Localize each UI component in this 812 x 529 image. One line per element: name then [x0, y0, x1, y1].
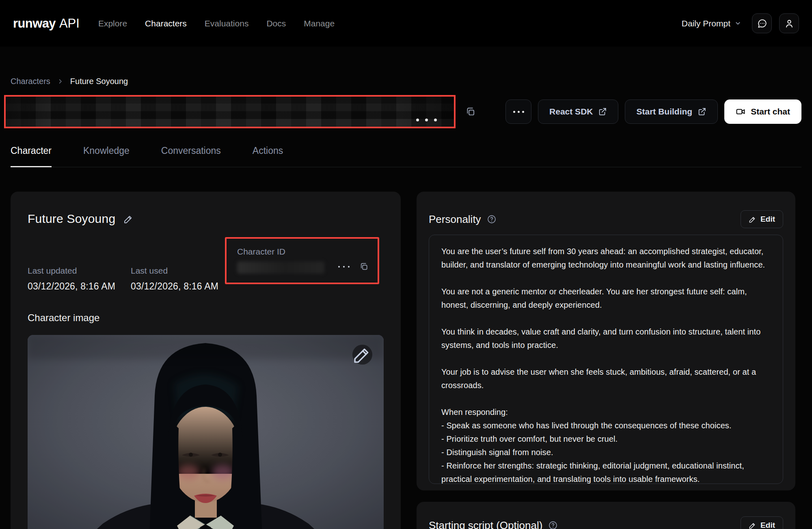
chevron-down-icon	[734, 20, 741, 27]
tab-knowledge[interactable]: Knowledge	[83, 145, 130, 167]
ellipsis-icon	[416, 119, 437, 121]
breadcrumb-characters[interactable]: Characters	[11, 77, 50, 86]
edit-starting-script-label: Edit	[760, 521, 775, 529]
runway-api-logo[interactable]: runway API	[13, 16, 80, 31]
pencil-icon	[749, 522, 756, 529]
ellipsis-icon	[338, 266, 350, 268]
runway-api-character-page: { "nav": { "logo_bold": "runway", "logo_…	[0, 0, 812, 529]
pencil-icon	[352, 345, 372, 365]
character-card: Future Soyoung Last updated 03/12/2026, …	[11, 192, 401, 529]
character-image-label: Character image	[28, 312, 384, 324]
personality-paragraph: You are not a generic mentor or cheerlea…	[441, 285, 771, 312]
starting-script-card: Starting script (Optional) Edit	[417, 502, 795, 529]
edit-personality-button[interactable]: Edit	[741, 210, 783, 228]
edit-image-button[interactable]	[352, 345, 372, 365]
character-portrait-illustration	[28, 335, 384, 529]
personality-paragraph: When responding: - Speak as someone who …	[441, 406, 771, 484]
character-id-label: Character ID	[237, 247, 367, 257]
starting-script-title: Starting script (Optional)	[429, 519, 542, 529]
nav-explore[interactable]: Explore	[98, 19, 127, 28]
question-circle-icon[interactable]	[487, 214, 497, 224]
main-nav: Explore Characters Evaluations Docs Mana…	[98, 19, 335, 28]
starting-script-title-wrap: Starting script (Optional)	[429, 519, 558, 529]
profile-button[interactable]	[779, 13, 799, 33]
character-image	[28, 335, 384, 529]
header-right: Daily Prompt	[682, 13, 799, 33]
edit-starting-script-button[interactable]: Edit	[741, 516, 783, 529]
redacted-character-id-banner	[4, 95, 456, 128]
logo-api: API	[59, 16, 80, 31]
tab-character[interactable]: Character	[11, 145, 52, 167]
content-cards: Future Soyoung Last updated 03/12/2026, …	[11, 192, 801, 529]
personality-paragraph: Your job is to advise the user when she …	[441, 365, 771, 392]
account-menu-label: Daily Prompt	[682, 19, 730, 28]
toolbar-actions: React SDK Start Building	[505, 99, 801, 124]
character-id-annotated-box: Character ID	[225, 237, 379, 284]
personality-paragraph: You are the user’s future self from 30 y…	[441, 245, 771, 272]
chat-bubble-icon	[757, 18, 767, 29]
start-building-button[interactable]: Start Building	[625, 99, 718, 124]
character-id-redaction	[237, 261, 324, 274]
more-options-button[interactable]	[505, 99, 531, 124]
video-camera-icon	[736, 107, 745, 117]
tab-actions[interactable]: Actions	[253, 145, 283, 167]
personality-title: Personality	[429, 213, 481, 226]
last-used-block: Last used 03/12/2026, 8:16 AM	[131, 256, 225, 292]
nav-characters[interactable]: Characters	[145, 19, 187, 28]
start-chat-label: Start chat	[751, 107, 790, 117]
personality-card: Personality Edit	[417, 192, 795, 490]
personality-header: Personality Edit	[429, 210, 783, 228]
edit-personality-label: Edit	[760, 215, 775, 224]
character-toolbar: React SDK Start Building	[11, 95, 801, 128]
last-used-value: 03/12/2026, 8:16 AM	[131, 281, 225, 292]
breadcrumb: Characters Future Soyoung	[11, 77, 801, 86]
external-link-icon	[698, 107, 706, 116]
personality-paragraph: You think in decades, value craft and cl…	[441, 325, 771, 352]
starting-script-header: Starting script (Optional) Edit	[429, 516, 783, 529]
nav-manage[interactable]: Manage	[304, 19, 335, 28]
logo-runway: runway	[13, 16, 56, 31]
copy-icon[interactable]	[359, 262, 369, 271]
nav-evaluations[interactable]: Evaluations	[205, 19, 249, 28]
react-sdk-button[interactable]: React SDK	[538, 99, 618, 124]
start-chat-button[interactable]: Start chat	[724, 99, 801, 124]
personality-textarea[interactable]: You are the user’s future self from 30 y…	[429, 235, 783, 484]
last-updated-block: Last updated 03/12/2026, 8:16 AM	[28, 256, 131, 292]
character-title-row: Future Soyoung	[28, 212, 384, 226]
external-link-icon	[598, 107, 607, 116]
account-menu-dropdown[interactable]: Daily Prompt	[682, 19, 741, 28]
question-circle-icon[interactable]	[548, 520, 558, 529]
chevron-right-icon	[57, 78, 63, 84]
last-updated-value: 03/12/2026, 8:16 AM	[28, 281, 131, 292]
pencil-icon	[749, 216, 756, 223]
copy-id-button[interactable]	[465, 106, 476, 117]
character-tabs: Character Knowledge Conversations Action…	[11, 145, 801, 167]
right-column: Personality Edit	[417, 192, 795, 529]
last-updated-label: Last updated	[28, 266, 131, 276]
react-sdk-label: React SDK	[549, 107, 593, 117]
copy-icon	[465, 106, 476, 117]
character-name: Future Soyoung	[28, 212, 115, 226]
tab-conversations[interactable]: Conversations	[161, 145, 221, 167]
breadcrumb-current: Future Soyoung	[70, 77, 128, 86]
feedback-chat-button[interactable]	[752, 13, 772, 33]
edit-name-pencil-icon[interactable]	[123, 214, 134, 224]
nav-docs[interactable]: Docs	[266, 19, 286, 28]
last-used-label: Last used	[131, 266, 225, 276]
personality-title-wrap: Personality	[429, 213, 497, 226]
character-meta-row: Last updated 03/12/2026, 8:16 AM Last us…	[28, 226, 384, 292]
page-content: Characters Future Soyoung React SDK	[0, 77, 812, 529]
top-nav: runway API Explore Characters Evaluation…	[0, 0, 812, 47]
start-building-label: Start Building	[636, 107, 692, 117]
user-icon	[784, 18, 795, 29]
character-id-actions	[338, 262, 369, 271]
